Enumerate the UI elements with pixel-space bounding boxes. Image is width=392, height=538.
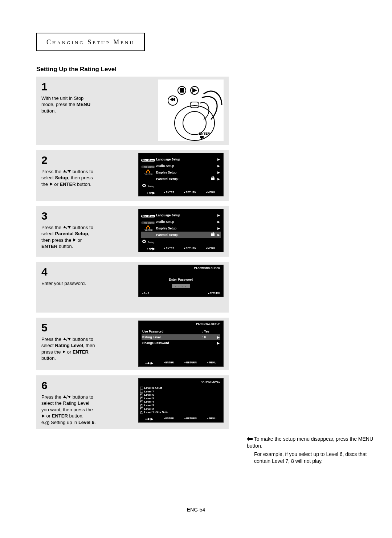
down-icon [68,337,71,341]
function-icon: ▞▚Function [141,170,155,175]
password-field: - - - - [172,284,190,288]
chevron-right-icon: ▶ [216,158,221,161]
lock-icon [211,177,216,181]
step-instruction: Press the / buttons to select the Rating… [41,394,132,426]
step-2: 2 Press the / buttons to select Setup, t… [36,150,229,201]
disc-menu-icon: Disc Menu [141,215,155,217]
rating-level-list: Level 8 Adult Level 7 Level 6 Level 5 Le… [139,385,223,415]
svg-text:ENTER: ENTER [199,132,210,135]
footer-enter: ENTER [163,417,174,421]
nav-icon: ◄▪▪▶ [147,191,155,195]
step-number: 4 [41,265,132,280]
step-number: 1 [41,80,132,94]
nav-icon: ◄▪▪▶ [146,417,153,421]
step-instruction: Enter your password. [41,280,132,287]
screen-title: PARENTAL SETUP [139,321,223,327]
screen-title: RATING LEVEL [139,379,223,385]
disc-menu-icon: Disc Menu [141,159,155,162]
footer-return: RETURN [184,417,197,421]
step-number: 2 [41,153,132,168]
nav-icon: ◄▪▪▶ [147,247,155,250]
chevron-right-icon: ▶ [216,177,221,181]
down-icon [68,395,71,399]
footer-menu: MENU [206,247,215,250]
list-item: Level 4 [140,400,222,404]
osd-setup-screen: Disc MenuLanguage Setup▶ Title MenuAudio… [138,153,224,196]
footer-menu: MENU [206,191,215,195]
osd-parental-setup-screen: PARENTAL SETUP Use Password: Yes Rating … [138,321,224,367]
list-item: Level 3 [140,404,222,407]
function-icon: ▞▚Function [141,226,155,231]
down-icon [68,225,71,229]
right-icon [62,350,66,354]
right-icon [73,238,76,242]
title-menu-icon: Title Menu [141,221,155,224]
title-menu-icon: Title Menu [141,166,155,168]
step-number: 5 [41,321,132,335]
up-icon [63,225,66,229]
chevron-right-icon: ▶ [215,335,220,339]
step-5: 5 Press the / buttons to select Rating L… [36,318,229,370]
chevron-right-icon: ▶ [215,341,220,345]
list-item: Level 8 Adult [140,386,222,390]
right-icon [41,414,45,418]
footer-enter: ENTER [163,361,174,365]
chevron-right-icon: ▶ [216,164,221,168]
svg-rect-2 [190,102,199,108]
up-icon [63,170,66,173]
footer-menu: MENU [207,361,216,365]
nav-icon: ◄▪▪▶ [146,361,153,365]
footer-return: RETURN [184,361,197,365]
list-item: Level 6 [140,393,222,397]
list-item: Level 1 Kids Safe [140,411,222,414]
chapter-heading: Changing Setup Menu [46,38,135,46]
step-instruction: Press the / buttons to select Parental S… [41,224,132,250]
screen-title: PASSWORD CHECK [139,265,223,271]
footer-return: ■ RETURN [208,292,220,295]
svg-rect-4 [180,89,184,92]
list-item: Level 2 [140,407,222,411]
side-note: To make the setup menu disappear, press … [247,436,381,466]
osd-rating-level-screen: RATING LEVEL Level 8 Adult Level 7 Level… [138,378,224,423]
up-icon [63,395,66,399]
step-4: 4 Enter your password. PASSWORD CHECK En… [36,262,229,313]
down-icon [68,170,71,173]
chevron-right-icon: ▶ [216,233,221,237]
footer-return: RETURN [184,191,196,195]
osd-password-screen: PASSWORD CHECK Enter Password - - - - ■ … [138,265,224,297]
step-instruction: With the unit in Stop mode, press the ME… [41,95,132,114]
footer-nums: ■ 0～9 [142,292,149,295]
list-item: Level 5 [140,397,222,400]
svg-point-1 [183,111,206,135]
page-number: ENG-54 [0,507,392,513]
remote-illustration: ENTER [158,80,224,141]
chevron-right-icon: ▶ [216,220,221,224]
gear-icon: ✿ Setup [141,183,155,188]
chapter-heading-box: Changing Setup Menu [36,33,145,51]
list-item: Level 7 [140,390,222,394]
chevron-right-icon: ▶ [216,171,221,174]
footer-enter: ENTER [164,191,175,195]
footer-return: RETURN [184,247,196,250]
step-instruction: Press the / buttons to select Rating Lev… [41,336,132,362]
right-icon [49,182,53,186]
password-label: Enter Password [139,278,223,281]
step-1: 1 With the unit in Stop mode, press the … [36,77,229,145]
footer-menu: MENU [207,417,216,421]
chevron-right-icon: ▶ [216,213,221,217]
step-3: 3 Press the / buttons to select Parental… [36,206,229,257]
chevron-right-icon: ▶ [216,227,221,230]
lock-icon [211,233,216,237]
footer-enter: ENTER [164,247,175,250]
step-6: 6 Press the / buttons to select the Rati… [36,375,229,429]
section-title: Setting Up the Rating Level [36,66,356,73]
step-instruction: Press the / buttons to select Setup, the… [41,168,132,188]
gear-icon: ✿ Setup [141,239,155,244]
up-icon [63,337,66,341]
step-number: 6 [41,378,132,393]
left-pointer-icon [247,437,253,441]
osd-parental-screen: Disc MenuLanguage Setup▶ Title MenuAudio… [138,209,224,252]
step-number: 3 [41,209,132,224]
